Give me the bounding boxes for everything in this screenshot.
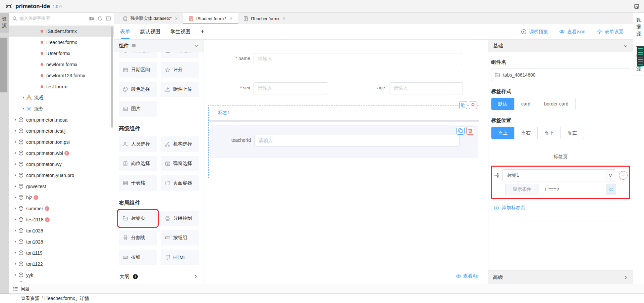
palette-item-岗位选择[interactable]: 岗位选择	[119, 156, 157, 171]
component-name-field[interactable]: Tab tabs_48614600	[491, 69, 630, 81]
tree-item[interactable]: com.primeton.wbl!	[9, 147, 114, 159]
close-icon[interactable]: ×	[230, 16, 232, 21]
palette-item-子表格[interactable]: 子表格	[119, 175, 157, 191]
palette-item-机构选择[interactable]: 机构选择	[161, 136, 199, 152]
palette-item-颜色选择[interactable]: 颜色选择	[119, 82, 157, 97]
chevron-down-icon[interactable]	[194, 43, 199, 48]
palette-header[interactable]: 组件	[114, 40, 204, 52]
left-strip-scroll-thumb[interactable]	[0, 38, 7, 92]
tree-item[interactable]: com.primeton.testlj	[9, 125, 114, 136]
view-tab-表单[interactable]: 表单	[120, 24, 130, 39]
copy-component-button[interactable]	[459, 101, 467, 109]
canvas-tab-label[interactable]: 标签1	[218, 110, 230, 116]
delete-component-button[interactable]	[466, 127, 474, 135]
tree-item[interactable]: hjz!	[9, 192, 114, 203]
field-input-name[interactable]: 请输入	[254, 53, 462, 65]
tree-item[interactable]: IUser.formx	[9, 48, 114, 59]
right-strip-tab-数据源[interactable]: 数据源	[633, 13, 644, 41]
tree-item[interactable]: com.primeton.wy	[9, 159, 114, 170]
tree-item[interactable]: ton1026	[9, 225, 114, 236]
tab-page-name-field[interactable]: 标签1 V	[502, 169, 616, 181]
palette-item-日期选择[interactable]: 日期选择	[161, 52, 199, 58]
close-icon[interactable]: ×	[283, 16, 285, 21]
problems-bar[interactable]: 问题	[9, 284, 644, 294]
header-action-表单设置[interactable]: 表单设置	[597, 29, 624, 35]
palette-item-时间选择[interactable]: 时间选择	[119, 52, 157, 58]
copy-component-button[interactable]	[457, 127, 465, 135]
tree-item[interactable]: newform.formx	[9, 59, 114, 70]
tab-position-option-靠下[interactable]: 靠下	[538, 127, 561, 139]
document-tab[interactable]: 强关联实体.datasetx*×	[117, 13, 183, 24]
search-input[interactable]	[19, 16, 89, 21]
tree-item[interactable]: test1118!	[9, 214, 114, 225]
tree-item[interactable]: com.primeton.mosa	[9, 114, 114, 125]
tab-style-option-默认[interactable]: 默认	[491, 98, 515, 110]
palette-item-图片[interactable]: 图片	[119, 101, 157, 117]
document-tab[interactable]: IStudent.formx*×	[183, 13, 238, 24]
save-icon[interactable]	[634, 4, 639, 9]
tree-item[interactable]: com.primeton.ton.psi	[9, 136, 114, 147]
tree-item[interactable]: summer!	[9, 203, 114, 214]
delete-component-button[interactable]	[469, 101, 477, 109]
add-tab-page-link[interactable]: 添加标签页	[494, 205, 630, 211]
palette-item-标签页[interactable]: Tab标签页	[119, 211, 157, 226]
tab-position-option-靠上[interactable]: 靠上	[491, 127, 515, 139]
remove-tab-page-button[interactable]: −	[619, 171, 628, 180]
tab-position-option-靠左[interactable]: 靠左	[561, 127, 584, 139]
base-section-header[interactable]: 基础	[488, 40, 633, 52]
document-tab[interactable]: ITeacher.formx×	[238, 13, 291, 24]
add-view-tab-button[interactable]: +	[201, 28, 204, 36]
tab-style-option-card[interactable]: card	[515, 98, 537, 110]
tabs-component-selection[interactable]: 标签1 teacherId 请输入	[208, 105, 479, 178]
tab-style-option-border-card[interactable]: border-card	[537, 98, 575, 110]
field-input-sex[interactable]: 请输入	[254, 82, 328, 94]
view-tab-学生视图[interactable]: 学生视图	[170, 24, 191, 39]
view-api-link[interactable]: 查看Api	[456, 273, 479, 279]
palette-item-日期区间[interactable]: 日期区间	[119, 62, 157, 78]
chevron-down-icon[interactable]	[623, 43, 628, 49]
field-input-teacherId[interactable]: 请输入	[254, 135, 460, 147]
tree-item[interactable]: 流程	[9, 92, 114, 103]
tree-item[interactable]: ton1119	[9, 247, 114, 258]
collapse-panel-icon[interactable]	[106, 16, 111, 21]
header-action-查看json[interactable]: 查看json	[559, 29, 585, 35]
palette-item-附件上传[interactable]: 附件上传	[161, 82, 199, 97]
tree-item[interactable]: ITeacher.formx	[9, 37, 114, 48]
tab-page-dropdown-button[interactable]: V	[605, 170, 616, 181]
chevron-right-icon[interactable]	[193, 274, 198, 279]
display-condition-input[interactable]: 1 ===2	[539, 184, 606, 195]
palette-item-评分[interactable]: 评分	[161, 62, 199, 78]
field-row-teacherId[interactable]: teacherId 请输入	[210, 125, 478, 158]
palette-item-分组控制[interactable]: 分组控制	[161, 211, 199, 226]
tab-position-option-靠右[interactable]: 靠右	[515, 127, 538, 139]
palette-item-页面容器[interactable]: 页面容器	[161, 175, 199, 191]
tree-item[interactable]: 服务	[9, 103, 114, 114]
view-tab-默认视图[interactable]: 默认视图	[140, 24, 160, 39]
field-input-age[interactable]: 请输入	[389, 82, 463, 94]
new-folder-icon[interactable]	[89, 16, 94, 21]
tree-item[interactable]: yyk	[9, 269, 114, 280]
tree-item[interactable]: ton1028	[9, 236, 114, 247]
close-icon[interactable]: ×	[175, 16, 178, 21]
palette-item-按钮[interactable]: BTN按钮	[119, 250, 157, 265]
resources-vertical-tab[interactable]: 资源	[0, 13, 9, 33]
palette-item-人员选择[interactable]: 人员选择	[119, 136, 157, 152]
chevron-right-icon[interactable]	[623, 275, 628, 280]
tree-item[interactable]: IStudent.formx	[9, 26, 114, 37]
right-strip-tab-离线资源[interactable]: 离线资源	[633, 41, 644, 76]
palette-item-弹窗选择[interactable]: 弹窗选择	[161, 156, 199, 171]
tree-item[interactable]: test.formx	[9, 81, 114, 92]
outline-bar[interactable]: 大纲 i	[114, 269, 204, 284]
refresh-icon[interactable]	[97, 16, 103, 21]
tree-item[interactable]: ton1122	[9, 258, 114, 269]
tree-item[interactable]: guweitest	[9, 181, 114, 192]
palette-item-按钮组[interactable]: BTN按钮组	[161, 230, 199, 246]
condition-code-button[interactable]: C	[606, 184, 616, 195]
tree-scrollbar[interactable]	[111, 27, 113, 128]
tree-item[interactable]: com.primeton.yuan.pro	[9, 170, 114, 181]
header-action-调试预览[interactable]: 调试预览	[521, 29, 548, 35]
palette-item-HTML[interactable]: 5HTML	[161, 250, 199, 265]
sliders-icon[interactable]	[494, 172, 500, 178]
advanced-section-header[interactable]: 高级	[488, 270, 633, 284]
tree-item[interactable]: newform123.formx	[9, 70, 114, 81]
